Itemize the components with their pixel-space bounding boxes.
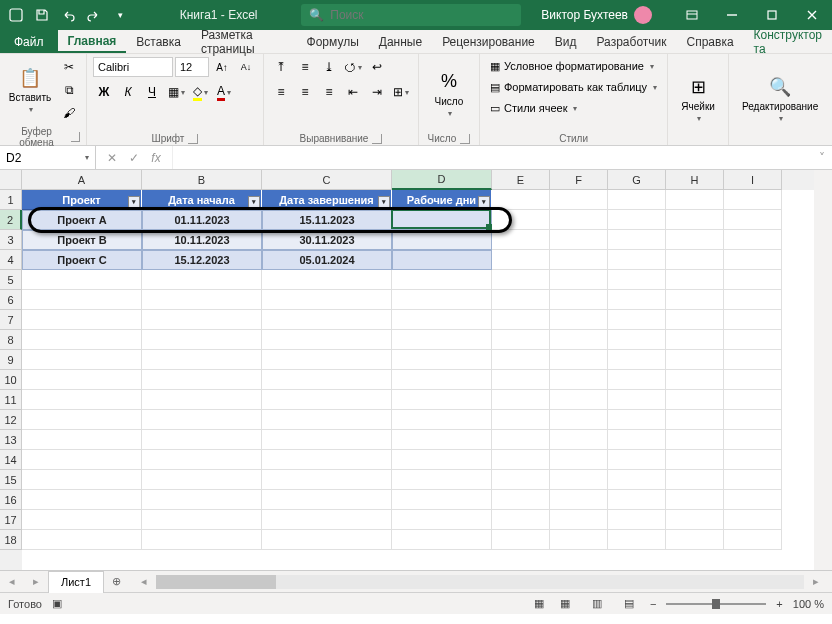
horizontal-scrollbar[interactable]: ◂ ▸ <box>132 575 828 589</box>
cell-H7[interactable] <box>666 310 724 330</box>
cell-G14[interactable] <box>608 450 666 470</box>
cell-G1[interactable] <box>608 190 666 210</box>
cell-B4[interactable]: 15.12.2023 <box>142 250 262 270</box>
copy-button[interactable]: ⧉ <box>58 79 80 101</box>
tab-help[interactable]: Справка <box>677 30 744 53</box>
cell-G10[interactable] <box>608 370 666 390</box>
italic-button[interactable]: К <box>117 81 139 103</box>
filter-dropdown[interactable]: ▾ <box>478 196 490 208</box>
cell-I10[interactable] <box>724 370 782 390</box>
cell-G9[interactable] <box>608 350 666 370</box>
cell-C18[interactable] <box>262 530 392 550</box>
cell-A5[interactable] <box>22 270 142 290</box>
cell-B12[interactable] <box>142 410 262 430</box>
cell-D2[interactable] <box>392 210 492 230</box>
cell-G3[interactable] <box>608 230 666 250</box>
decrease-font-button[interactable]: A↓ <box>235 56 257 78</box>
fill-color-button[interactable]: ◇▾ <box>189 81 211 103</box>
cell-A7[interactable] <box>22 310 142 330</box>
cell-B11[interactable] <box>142 390 262 410</box>
cell-B7[interactable] <box>142 310 262 330</box>
cell-A12[interactable] <box>22 410 142 430</box>
cell-E15[interactable] <box>492 470 550 490</box>
normal-view-button[interactable]: ▦ <box>554 595 576 613</box>
cell-C3[interactable]: 30.11.2023 <box>262 230 392 250</box>
row-header-11[interactable]: 11 <box>0 390 22 410</box>
cell-F13[interactable] <box>550 430 608 450</box>
alignment-launcher[interactable] <box>372 134 382 144</box>
maximize-button[interactable] <box>752 0 792 30</box>
tab-insert[interactable]: Вставка <box>126 30 191 53</box>
cell-H3[interactable] <box>666 230 724 250</box>
cell-D6[interactable] <box>392 290 492 310</box>
cell-C15[interactable] <box>262 470 392 490</box>
sheet-tab[interactable]: Лист1 <box>48 571 104 593</box>
cell-B17[interactable] <box>142 510 262 530</box>
cell-C12[interactable] <box>262 410 392 430</box>
cell-I16[interactable] <box>724 490 782 510</box>
cell-F18[interactable] <box>550 530 608 550</box>
cell-A13[interactable] <box>22 430 142 450</box>
cell-G17[interactable] <box>608 510 666 530</box>
cell-D8[interactable] <box>392 330 492 350</box>
cell-H14[interactable] <box>666 450 724 470</box>
formula-input[interactable] <box>173 146 812 169</box>
cell-B15[interactable] <box>142 470 262 490</box>
sheet-nav-next[interactable]: ▸ <box>24 575 48 588</box>
cell-B1[interactable]: Дата начала▾ <box>142 190 262 210</box>
row-header-5[interactable]: 5 <box>0 270 22 290</box>
increase-font-button[interactable]: A↑ <box>211 56 233 78</box>
cell-E17[interactable] <box>492 510 550 530</box>
row-header-3[interactable]: 3 <box>0 230 22 250</box>
cell-D13[interactable] <box>392 430 492 450</box>
row-header-17[interactable]: 17 <box>0 510 22 530</box>
cell-E9[interactable] <box>492 350 550 370</box>
sheet-nav-prev[interactable]: ◂ <box>0 575 24 588</box>
format-painter-button[interactable]: 🖌 <box>58 102 80 124</box>
cell-C5[interactable] <box>262 270 392 290</box>
cell-F5[interactable] <box>550 270 608 290</box>
cell-I14[interactable] <box>724 450 782 470</box>
cell-H1[interactable] <box>666 190 724 210</box>
add-sheet-button[interactable]: ⊕ <box>104 575 128 588</box>
cell-D1[interactable]: Рабочие дни▾ <box>392 190 492 210</box>
cell-H10[interactable] <box>666 370 724 390</box>
cell-F3[interactable] <box>550 230 608 250</box>
cell-A14[interactable] <box>22 450 142 470</box>
cell-A2[interactable]: Проект A <box>22 210 142 230</box>
cell-G4[interactable] <box>608 250 666 270</box>
autosave-toggle[interactable] <box>4 3 28 27</box>
cell-E4[interactable] <box>492 250 550 270</box>
editing-button[interactable]: 🔍 Редактирование ▾ <box>735 56 825 142</box>
vertical-scrollbar[interactable] <box>814 170 832 570</box>
cell-B8[interactable] <box>142 330 262 350</box>
cell-E10[interactable] <box>492 370 550 390</box>
cell-G8[interactable] <box>608 330 666 350</box>
font-color-button[interactable]: A▾ <box>213 81 235 103</box>
zoom-slider[interactable] <box>666 603 766 605</box>
cell-H9[interactable] <box>666 350 724 370</box>
cell-B6[interactable] <box>142 290 262 310</box>
cell-F12[interactable] <box>550 410 608 430</box>
cell-C1[interactable]: Дата завершения▾ <box>262 190 392 210</box>
border-button[interactable]: ▦▾ <box>165 81 187 103</box>
cell-C8[interactable] <box>262 330 392 350</box>
cell-B14[interactable] <box>142 450 262 470</box>
tab-data[interactable]: Данные <box>369 30 432 53</box>
cell-I12[interactable] <box>724 410 782 430</box>
cell-B5[interactable] <box>142 270 262 290</box>
cell-C2[interactable]: 15.11.2023 <box>262 210 392 230</box>
row-header-2[interactable]: 2 <box>0 210 22 230</box>
decrease-indent-button[interactable]: ⇤ <box>342 81 364 103</box>
select-all-corner[interactable] <box>0 170 22 190</box>
number-launcher[interactable] <box>460 134 470 144</box>
cell-H13[interactable] <box>666 430 724 450</box>
search-box[interactable]: 🔍 <box>301 4 521 26</box>
merge-button[interactable]: ⊞▾ <box>390 81 412 103</box>
name-box[interactable]: ▾ <box>0 146 96 169</box>
cell-I9[interactable] <box>724 350 782 370</box>
cell-B9[interactable] <box>142 350 262 370</box>
cell-C7[interactable] <box>262 310 392 330</box>
name-box-input[interactable] <box>6 151 83 165</box>
cell-D16[interactable] <box>392 490 492 510</box>
